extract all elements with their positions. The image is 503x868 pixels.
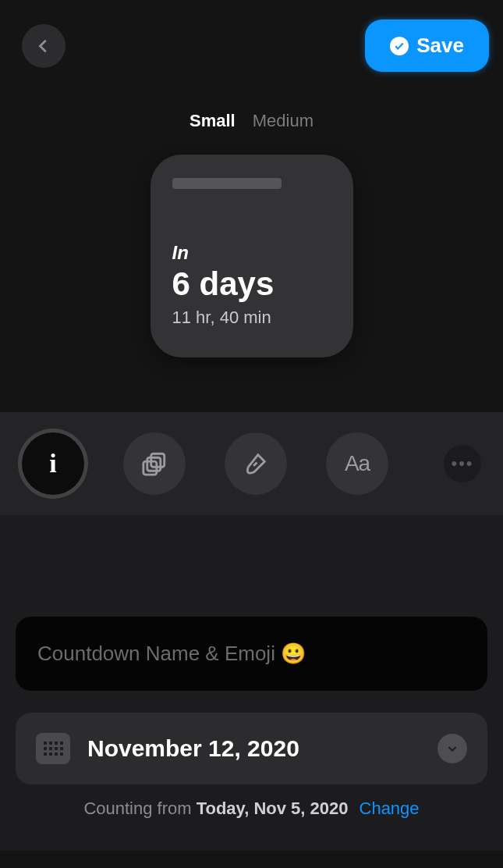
widget-preview: In 6 days 11 hr, 40 min (151, 155, 353, 358)
widget-title-placeholder (172, 178, 282, 189)
size-tabs: Small Medium (0, 111, 503, 131)
back-button[interactable] (22, 24, 66, 68)
chevron-left-icon (35, 37, 52, 55)
counting-from-row: Counting from Today, Nov 5, 2020Change (16, 799, 487, 819)
ellipsis-icon: ••• (451, 454, 473, 474)
brush-icon (243, 450, 269, 477)
selected-date: November 12, 2020 (87, 735, 420, 762)
date-picker-row[interactable]: November 12, 2020 (16, 713, 487, 784)
save-label: Save (416, 34, 464, 58)
counting-from-date: Today, Nov 5, 2020 (197, 799, 349, 818)
save-button[interactable]: Save (365, 20, 489, 72)
widget-main-value: 6 days (172, 265, 331, 303)
check-circle-icon (390, 37, 409, 55)
chevron-down-icon (446, 742, 459, 755)
tool-font[interactable]: Aa (326, 432, 388, 495)
widget-prefix: In (172, 242, 331, 264)
layers-icon (141, 450, 168, 477)
font-icon: Aa (345, 451, 370, 476)
countdown-name-field[interactable] (16, 617, 487, 691)
counting-from-prefix: Counting from (83, 799, 196, 818)
tab-medium[interactable]: Medium (253, 111, 313, 131)
tool-brush[interactable] (225, 432, 287, 495)
change-link[interactable]: Change (360, 799, 420, 818)
tool-more[interactable]: ••• (444, 445, 481, 482)
tool-strip: i Aa ••• (0, 412, 503, 515)
tool-info[interactable]: i (22, 432, 84, 495)
expand-date-button[interactable] (437, 734, 467, 763)
svg-rect-2 (143, 461, 157, 475)
svg-rect-1 (147, 457, 161, 471)
countdown-name-input[interactable] (37, 642, 466, 666)
widget-sub-value: 11 hr, 40 min (172, 308, 331, 328)
calendar-icon (36, 733, 70, 764)
tool-layers[interactable] (123, 432, 186, 495)
info-icon: i (49, 449, 56, 478)
tab-small[interactable]: Small (190, 111, 236, 131)
